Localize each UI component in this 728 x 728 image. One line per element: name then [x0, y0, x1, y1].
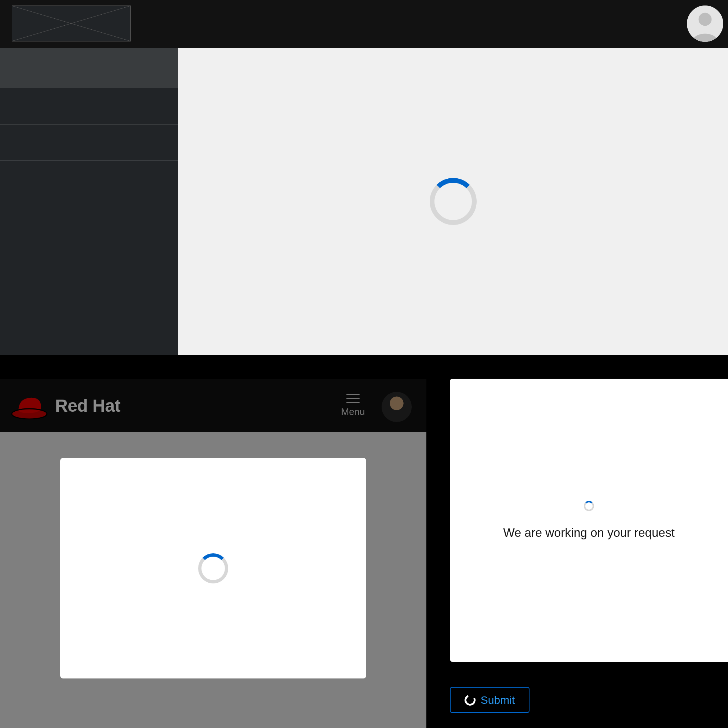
spinner-icon	[430, 178, 477, 225]
main-content-loading	[178, 48, 728, 355]
submit-label: Submit	[481, 694, 515, 707]
brand-text: Red Hat	[55, 396, 120, 416]
logo-placeholder	[12, 6, 131, 41]
svg-point-3	[699, 13, 712, 26]
avatar-image	[382, 392, 412, 422]
user-avatar-small[interactable]	[382, 392, 412, 422]
panel-bottom-left-app: Red Hat Menu	[0, 355, 427, 728]
sidebar-item-1[interactable]	[0, 88, 178, 125]
request-message: We are working on your request	[503, 526, 674, 540]
submit-button[interactable]: Submit	[450, 687, 529, 713]
spinner-icon	[463, 693, 477, 707]
menu-button[interactable]: Menu	[335, 379, 371, 432]
sidebar	[0, 48, 178, 355]
bl-header: Red Hat Menu	[0, 379, 427, 432]
spinner-icon	[584, 501, 594, 511]
sidebar-item-2[interactable]	[0, 125, 178, 161]
redhat-logo: Red Hat	[11, 392, 120, 419]
panel-top-app	[0, 0, 728, 355]
fedora-icon	[11, 392, 48, 419]
menu-label: Menu	[341, 406, 365, 418]
loading-card	[60, 458, 366, 679]
svg-point-4	[12, 409, 47, 419]
request-card: We are working on your request	[450, 379, 728, 662]
sidebar-item-0[interactable]	[0, 48, 178, 88]
top-header	[0, 0, 728, 48]
bl-body	[0, 432, 427, 728]
hamburger-icon	[346, 394, 359, 403]
svg-point-5	[12, 409, 47, 419]
spinner-icon	[198, 553, 228, 583]
panel-bottom-right-app: We are working on your request Submit	[427, 355, 728, 728]
user-avatar[interactable]	[687, 6, 723, 42]
